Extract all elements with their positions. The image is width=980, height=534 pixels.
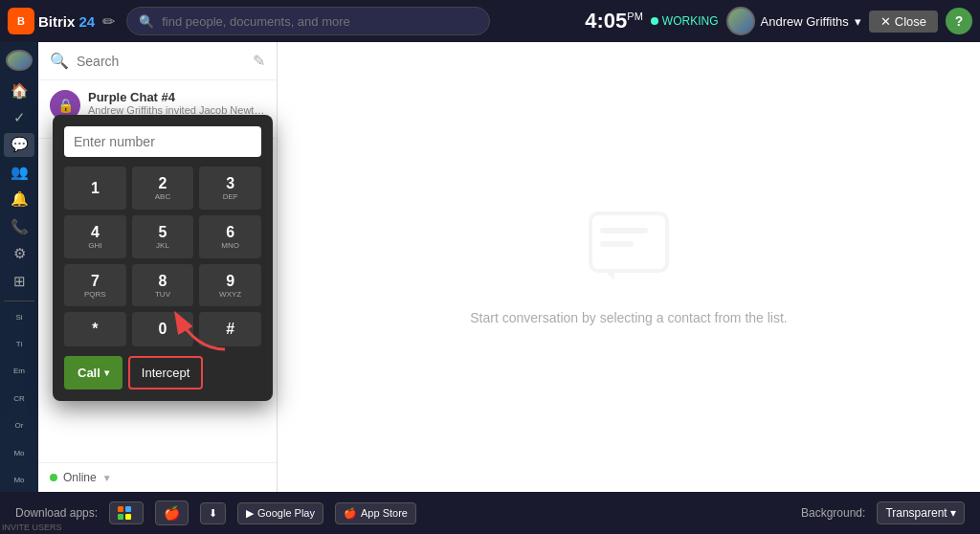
dialpad-key-3[interactable]: 3DEF [199, 167, 261, 210]
user-menu[interactable]: Andrew Griffiths ▾ [726, 7, 861, 35]
sidebar-item-si[interactable]: Si [4, 305, 34, 328]
online-status: Online [63, 471, 97, 484]
sidebar-item-mo1[interactable]: Mo [4, 441, 34, 464]
sidebar-item-workgroups[interactable]: 👥 [4, 161, 34, 184]
windows-icon [118, 506, 131, 520]
chat-name: Purple Chat #4 [88, 90, 265, 104]
chat-footer: Online ▼ [38, 462, 277, 492]
apple-icon: 🍎 [164, 505, 180, 521]
windows-app-button[interactable] [109, 501, 144, 524]
chat-icon: 💬 [11, 136, 29, 153]
intercept-button[interactable]: Intercept [128, 356, 204, 389]
tasks-icon: ✓ [13, 109, 26, 126]
app-store-button[interactable]: 🍎 App Store [335, 502, 416, 524]
sidebar-item-notifications[interactable]: 🔔 [4, 188, 34, 211]
chat-search-input[interactable] [77, 54, 245, 69]
feed-icon: 🏠 [11, 82, 29, 100]
sidebar-item-tasks[interactable]: ✓ [4, 106, 34, 129]
sidebar-item-mo2[interactable]: Mo [4, 468, 34, 491]
dialpad-key-2[interactable]: 2ABC [132, 167, 194, 210]
status-chevron[interactable]: ▼ [102, 473, 112, 483]
close-icon: ✕ [880, 14, 891, 29]
chevron-down-icon: ▾ [950, 506, 956, 520]
sidebar-item-sites[interactable]: ⊞ [4, 269, 34, 292]
global-search-input[interactable] [162, 14, 478, 29]
dialpad-key-5[interactable]: 5JKL [132, 215, 194, 258]
dialpad-popup: 12ABC3DEF4GHI5JKL6MNO7PQRS8TUV9WXYZ*0# C… [53, 115, 273, 401]
chevron-down-icon: ▾ [855, 14, 861, 29]
empty-state-icon [586, 209, 672, 295]
sidebar-item-phone[interactable]: 📞 [4, 215, 34, 238]
empty-state-text: Start conversation by selecting a contac… [470, 310, 788, 325]
other-app-button[interactable]: ⬇ [200, 502, 226, 524]
search-icon: 🔍 [50, 52, 69, 70]
sidebar-item-cr[interactable]: CR [4, 387, 34, 410]
gear-icon: ⚙ [13, 245, 26, 262]
global-search[interactable]: 🔍 [126, 7, 490, 35]
sidebar-item-ti[interactable]: Ti [4, 332, 34, 355]
sidebar-item-settings[interactable]: ⚙ [4, 242, 34, 265]
dialpad-actions: Call ▾ Intercept [64, 356, 261, 389]
sidebar-item-chat[interactable]: 💬 [4, 133, 34, 156]
left-sidebar: 🏠 ✓ 💬 👥 🔔 📞 ⚙ ⊞ Si Ti Em CR Or Mo Mo [0, 42, 38, 492]
dialpad-key-8[interactable]: 8TUV [132, 264, 194, 307]
dialpad-key-#[interactable]: # [199, 312, 261, 345]
bell-icon: 🔔 [11, 190, 29, 208]
current-time: 4:05PM [585, 9, 643, 33]
online-indicator [50, 474, 57, 481]
invite-users-label: INVITE USERS [2, 523, 62, 532]
call-button[interactable]: Call ▾ [64, 356, 122, 389]
working-dot [651, 17, 658, 25]
sites-icon: ⊞ [13, 273, 26, 290]
background-select[interactable]: Transparent ▾ [877, 501, 965, 524]
logo-icon: B [8, 8, 34, 34]
sidebar-item-em[interactable]: Em [4, 360, 34, 383]
mac-app-button[interactable]: 🍎 [155, 501, 189, 525]
other-icon: ⬇ [209, 507, 217, 520]
work-status: WORKING [651, 14, 719, 28]
download-label: Download apps: [15, 506, 98, 520]
sidebar-item-feed[interactable]: 🏠 [4, 78, 34, 101]
dialpad-key-1[interactable]: 1 [64, 167, 126, 210]
dropdown-arrow-icon: ▾ [104, 367, 109, 378]
help-button[interactable]: ? [946, 8, 972, 34]
bottom-bar: Download apps: 🍎 ⬇ ▶ Google Play 🍎 App S… [0, 492, 980, 534]
chat-search-bar: 🔍 ✎ [38, 42, 277, 80]
app-logo: B Bitrix 24 [8, 8, 95, 34]
svg-marker-3 [605, 271, 614, 280]
dialpad-grid: 12ABC3DEF4GHI5JKL6MNO7PQRS8TUV9WXYZ*0# [64, 167, 261, 346]
dialpad-key-4[interactable]: 4GHI [64, 215, 126, 258]
svg-rect-2 [600, 241, 634, 247]
sidebar-item-or[interactable]: Or [4, 414, 34, 437]
app-store-icon: 🍎 [344, 507, 357, 520]
dialpad-key-6[interactable]: 6MNO [199, 215, 261, 258]
svg-rect-1 [600, 228, 648, 234]
dialpad-key-0[interactable]: 0 [132, 312, 194, 345]
workgroups-icon: 👥 [11, 164, 29, 181]
google-play-button[interactable]: ▶ Google Play [237, 502, 323, 524]
dialpad-input[interactable] [64, 126, 261, 157]
dialpad-key-9[interactable]: 9WXYZ [199, 264, 261, 307]
close-button[interactable]: ✕ Close [869, 11, 938, 33]
app-name: Bitrix 24 [38, 13, 95, 30]
sidebar-avatar [6, 50, 33, 71]
phone-icon: 📞 [11, 218, 29, 235]
right-content: Start conversation by selecting a contac… [278, 42, 980, 492]
compose-icon[interactable]: ✎ [253, 52, 265, 70]
edit-icon[interactable]: ✏ [102, 12, 115, 31]
search-icon: 🔍 [139, 14, 154, 29]
google-play-icon: ▶ [246, 507, 254, 520]
dialpad-key-*[interactable]: * [64, 312, 126, 345]
dialpad-key-7[interactable]: 7PQRS [64, 264, 126, 307]
avatar [726, 7, 755, 35]
navbar: B Bitrix 24 ✏ 🔍 4:05PM WORKING Andrew Gr… [0, 0, 980, 42]
background-label: Background: [801, 506, 865, 520]
